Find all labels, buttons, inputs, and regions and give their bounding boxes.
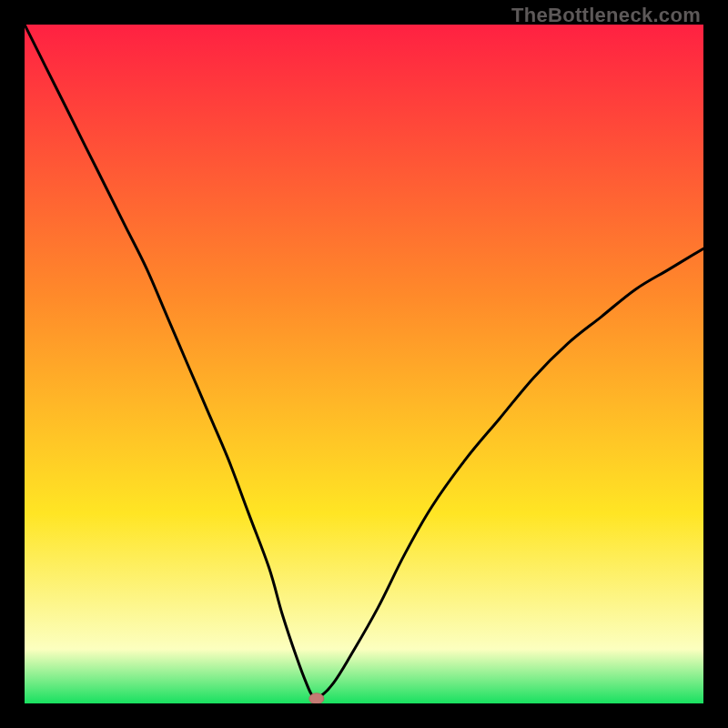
chart-svg [25, 25, 703, 703]
gradient-background [25, 25, 703, 703]
plot-area [25, 25, 703, 703]
chart-frame: TheBottleneck.com [0, 0, 728, 728]
minimum-marker [309, 693, 324, 703]
